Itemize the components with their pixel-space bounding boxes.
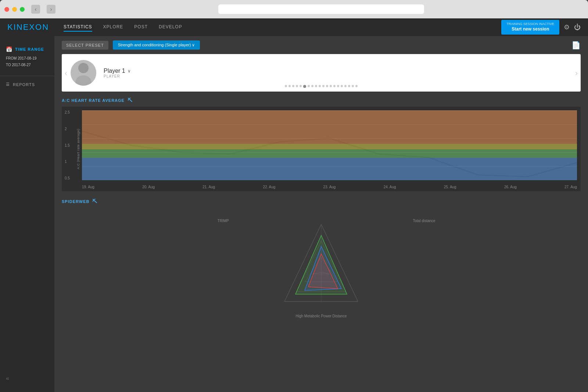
y-tick-15: 1.5 — [65, 143, 70, 147]
dot-5 — [300, 85, 302, 87]
x-label-2: 21. Aug — [202, 185, 215, 189]
sidebar-time-range-label: TIME RANGE — [15, 47, 44, 51]
dot-20 — [355, 85, 358, 87]
dot-6 — [303, 85, 306, 88]
player-nav-right[interactable]: › — [575, 69, 578, 77]
grid-line-4 — [82, 166, 577, 167]
share-icon[interactable]: ⛏ — [128, 97, 133, 103]
spiderweb-title: SPIDERWEB ⛏ — [62, 199, 581, 204]
select-preset-button[interactable]: SELECT PRESET — [62, 41, 108, 50]
session-inactive-label: TRAINING SESSION INACTIVE — [506, 22, 554, 26]
x-label-8: 27. Aug — [564, 185, 577, 189]
settings-icon[interactable]: ⚙ — [564, 23, 570, 31]
spiderweb-title-text: SPIDERWEB — [62, 199, 89, 204]
spiderweb-section: SPIDERWEB ⛏ TRIMP Total distance High Me… — [54, 199, 588, 333]
app-container: KINEXON STATISTICS XPLORE POST DEVELOP T… — [0, 18, 588, 392]
power-icon[interactable]: ⏻ — [574, 24, 581, 31]
maximize-btn[interactable] — [20, 7, 25, 12]
dot-15 — [337, 85, 339, 87]
x-label-1: 20. Aug — [142, 185, 155, 189]
player-info: Player 1 ∨ PLAYER — [104, 68, 131, 78]
band-blue — [82, 158, 577, 180]
player-card: ‹ Player 1 ∨ PLAYER › — [62, 54, 581, 92]
export-pdf-icon[interactable]: 📄 — [571, 41, 581, 50]
x-label-4: 23. Aug — [323, 185, 336, 189]
dot-1 — [285, 85, 287, 87]
list-icon: ☰ — [6, 82, 10, 87]
dot-2 — [288, 85, 291, 87]
spiderweb-label-trimp: TRIMP — [218, 219, 229, 223]
preset-dropdown[interactable]: Strength and conditioning (Single player… — [113, 40, 200, 50]
logo: KINEXON — [7, 22, 49, 32]
sidebar-to-date: TO 2017-08-27 — [6, 62, 49, 68]
band-yellow — [82, 144, 577, 149]
top-nav-right: TRAINING SESSION INACTIVE Start new sess… — [501, 20, 581, 34]
band-orange — [82, 110, 577, 144]
dot-13 — [330, 85, 332, 87]
reports-label: REPORTS — [13, 82, 35, 87]
session-start-label: Start new session — [506, 26, 554, 32]
chart-title-text: A:C HEART RATE AVERAGE — [62, 98, 125, 103]
grid-line-top — [82, 110, 577, 111]
y-tick-05: 0.5 — [65, 176, 70, 180]
sidebar: 📅 TIME RANGE FROM 2017-08-19 TO 2017-08-… — [0, 36, 54, 392]
ac-heart-rate-section: A:C HEART RATE AVERAGE ⛏ A:C (Heart rate… — [54, 97, 588, 199]
y-axis: 2.5 2 1.5 1 0.5 — [65, 110, 70, 180]
player-role-label: PLAYER — [104, 74, 131, 78]
chart-title: A:C HEART RATE AVERAGE ⛏ — [62, 97, 581, 103]
close-btn[interactable] — [4, 7, 9, 12]
avatar-svg — [71, 60, 96, 86]
grid-line-2 — [82, 138, 577, 139]
window-chrome: ‹ › — [0, 0, 588, 18]
dot-19 — [352, 85, 354, 87]
dot-14 — [333, 85, 336, 87]
dot-12 — [326, 85, 328, 87]
player-nav-left[interactable]: ‹ — [65, 69, 67, 77]
dot-17 — [344, 85, 347, 87]
spiderweb-share-icon[interactable]: ⛏ — [92, 199, 97, 204]
back-button[interactable]: ‹ — [31, 5, 40, 14]
spiderweb-label-metabolic: High Metabolic Power Distance — [296, 314, 347, 318]
minimize-btn[interactable] — [12, 7, 17, 12]
top-nav: KINEXON STATISTICS XPLORE POST DEVELOP T… — [0, 18, 588, 36]
logo-prefix: KINE — [7, 22, 29, 32]
chart-plot-area — [82, 110, 577, 180]
sidebar-divider — [0, 76, 54, 76]
svg-point-1 — [75, 75, 92, 86]
y-tick-20: 2 — [65, 127, 70, 131]
sidebar-reports[interactable]: ☰ REPORTS — [0, 79, 54, 90]
forward-button[interactable]: › — [47, 5, 55, 14]
spiderweb-label-distance: Total distance — [413, 219, 435, 223]
address-bar[interactable] — [218, 4, 424, 14]
pagination-dots — [285, 85, 358, 88]
session-button[interactable]: TRAINING SESSION INACTIVE Start new sess… — [501, 20, 559, 34]
x-label-3: 22. Aug — [263, 185, 275, 189]
x-label-7: 26. Aug — [504, 185, 517, 189]
dot-7 — [308, 85, 310, 87]
grid-line-1 — [82, 124, 577, 125]
nav-post[interactable]: POST — [134, 23, 148, 32]
logo-suffix: ON — [35, 22, 49, 32]
x-label-5: 24. Aug — [384, 185, 396, 189]
dot-16 — [341, 85, 343, 87]
player-name[interactable]: Player 1 ∨ — [104, 68, 131, 74]
band-green — [82, 149, 577, 158]
sidebar-time-range-header: 📅 TIME RANGE — [6, 46, 49, 52]
sidebar-collapse-button[interactable]: « — [0, 371, 54, 386]
grid-line-3 — [82, 152, 577, 153]
player-name-text: Player 1 — [104, 68, 125, 74]
dot-11 — [322, 85, 325, 87]
nav-statistics[interactable]: STATISTICS — [64, 23, 92, 32]
sidebar-time-range: 📅 TIME RANGE FROM 2017-08-19 TO 2017-08-… — [0, 42, 54, 73]
nav-menu: STATISTICS XPLORE POST DEVELOP — [64, 23, 182, 32]
dot-18 — [348, 85, 350, 87]
svg-point-0 — [78, 63, 89, 73]
nav-xplore[interactable]: XPLORE — [103, 23, 123, 32]
nav-develop[interactable]: DEVELOP — [159, 23, 182, 32]
app-body: 📅 TIME RANGE FROM 2017-08-19 TO 2017-08-… — [0, 36, 588, 392]
dot-10 — [319, 85, 321, 87]
toolbar: SELECT PRESET Strength and conditioning … — [54, 36, 588, 54]
spiderweb-container: TRIMP Total distance High Metabolic Powe… — [62, 208, 581, 325]
logo-x: X — [29, 22, 35, 32]
y-tick-25: 2.5 — [65, 110, 70, 114]
